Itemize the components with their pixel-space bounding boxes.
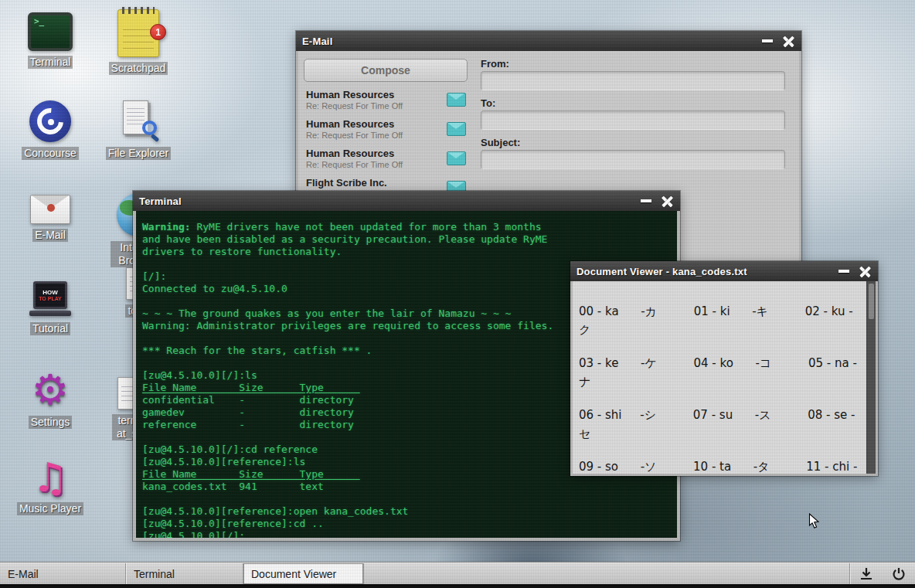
icon-label: Terminal	[28, 56, 73, 69]
terminal-line: kana_codes.txt 941 text	[142, 481, 671, 493]
scrollbar[interactable]	[866, 281, 876, 474]
email-list-item[interactable]: Human Resources Re: Request For Time Off	[304, 145, 468, 173]
desktop: >_ Terminal 1 Scratchpad Concourse File …	[0, 0, 915, 588]
email-sender: Flight Scribe Inc.	[306, 177, 444, 189]
notification-badge: 1	[150, 24, 166, 40]
email-list: Human Resources Re: Request For Time Off…	[304, 87, 468, 204]
icon-label: Tutorial	[30, 322, 70, 335]
screen-edge	[0, 584, 915, 588]
desktop-icon-concourse[interactable]: Concourse	[15, 100, 85, 160]
compose-button[interactable]: Compose	[304, 59, 468, 82]
icon-label: Music Player	[17, 502, 83, 515]
terminal-window-titlebar[interactable]: Terminal	[133, 191, 680, 211]
minimize-button[interactable]	[641, 199, 651, 202]
scratchpad-icon: 1	[117, 9, 159, 57]
icon-label: E-Mail	[32, 229, 68, 242]
envelope-icon	[447, 122, 466, 136]
doc-wrap-line: セ	[579, 424, 862, 443]
terminal-line: drivers to restore functionality.	[142, 246, 671, 258]
document-viewer-body: 00 - ka -カ 01 - ki -キ 02 - ku - ク 03 - k…	[573, 281, 876, 474]
download-button[interactable]	[850, 563, 883, 584]
terminal-line	[142, 493, 671, 505]
power-button[interactable]	[883, 563, 915, 584]
terminal-line: and have been disabled as a security pre…	[142, 233, 671, 246]
envelope-icon	[447, 93, 466, 107]
desktop-icon-terminal[interactable]: >_ Terminal	[15, 12, 85, 69]
gear-icon	[32, 369, 69, 411]
close-button[interactable]	[661, 195, 674, 208]
minimize-button[interactable]	[838, 270, 849, 273]
subject-input[interactable]	[481, 150, 785, 169]
from-label: From:	[481, 58, 509, 70]
magnifier-icon	[142, 121, 157, 135]
email-subject: Re: Request For Time Off	[306, 131, 444, 141]
document-viewer-title: Document Viewer - kana_codes.txt	[577, 266, 747, 277]
desktop-icon-email[interactable]: E-Mail	[15, 195, 85, 242]
minimize-button[interactable]	[762, 39, 773, 42]
taskbar-document-viewer-button[interactable]: Document Viewer	[243, 563, 364, 584]
doc-text-group: 03 - ke -ケ 04 - ko -コ 05 - na - ナ	[579, 354, 862, 391]
terminal-line: [zu@4.5.10.0][reference]:cd ..	[142, 518, 671, 530]
doc-line: 03 - ke -ケ 04 - ko -コ 05 - na -	[579, 354, 862, 372]
close-button[interactable]	[782, 35, 795, 48]
icon-label: File Explorer	[106, 147, 172, 160]
desktop-icon-settings[interactable]: Settings	[15, 369, 85, 429]
taskbar: E-Mail Terminal Document Viewer	[0, 563, 915, 584]
doc-wrap-line: ナ	[579, 372, 862, 391]
doc-wrap-line: ク	[579, 321, 862, 339]
desktop-icon-file-explorer[interactable]: File Explorer	[104, 99, 173, 160]
email-subject: Re: Request For Time Off	[306, 160, 444, 170]
email-sender: Human Resources	[306, 118, 444, 131]
document-viewer-titlebar[interactable]: Document Viewer - kana_codes.txt	[570, 261, 878, 281]
email-subject: Re: Request For Time Off	[306, 101, 444, 111]
icon-label: Concourse	[22, 147, 79, 160]
download-icon	[858, 566, 875, 582]
subject-label: Subject:	[481, 137, 520, 148]
close-button[interactable]	[859, 265, 872, 278]
email-list-item[interactable]: Human Resources Re: Request For Time Off	[304, 116, 468, 144]
document-viewer-window: Document Viewer - kana_codes.txt 00 - ka…	[570, 261, 878, 476]
terminal-icon: >_	[28, 12, 73, 51]
terminal-window-title: Terminal	[139, 195, 182, 207]
scrollbar-thumb[interactable]	[869, 284, 874, 319]
doc-line: 00 - ka -カ 01 - ki -キ 02 - ku -	[579, 302, 862, 321]
from-input[interactable]	[481, 71, 785, 90]
mouse-cursor	[808, 513, 820, 532]
email-sender: Human Resources	[306, 148, 444, 160]
to-label: To:	[481, 97, 495, 109]
document-text[interactable]: 00 - ka -カ 01 - ki -キ 02 - ku - ク 03 - k…	[573, 281, 866, 474]
envelope-icon	[447, 151, 466, 165]
doc-line: 09 - so -ソ 10 - ta -タ 11 - chi -	[579, 457, 862, 474]
to-input[interactable]	[481, 110, 785, 130]
terminal-line: [zu@4.5.10.0][reference]:open kana_codes…	[142, 505, 671, 518]
taskbar-terminal-button[interactable]: Terminal	[126, 563, 243, 584]
email-window-title: E-Mail	[302, 36, 332, 47]
terminal-line: Warning: RyME drivers have not been upda…	[142, 221, 671, 233]
doc-text-group: 09 - so -ソ 10 - ta -タ 11 - chi -	[579, 457, 862, 474]
email-list-item[interactable]: Human Resources Re: Request For Time Off	[304, 87, 468, 114]
tutorial-icon: HOW TO PLAY	[29, 281, 71, 318]
doc-text-group: 06 - shi -シ 07 - su -ス 08 - se - セ	[579, 406, 862, 443]
power-icon	[891, 566, 906, 582]
icon-label: Scratchpad	[109, 62, 168, 75]
taskbar-email-button[interactable]: E-Mail	[0, 563, 126, 584]
terminal-line: [zu@4.5.10.0][/]:	[142, 530, 671, 538]
doc-line: 06 - shi -シ 07 - su -ス 08 - se -	[579, 406, 862, 424]
desktop-icon-tutorial[interactable]: HOW TO PLAY Tutorial	[15, 281, 85, 335]
email-icon	[30, 195, 70, 224]
icon-label: Settings	[29, 416, 73, 429]
doc-text-group: 00 - ka -カ 01 - ki -キ 02 - ku - ク	[579, 302, 862, 339]
desktop-icon-music-player[interactable]: Music Player	[15, 457, 85, 515]
music-note-icon	[32, 457, 69, 498]
file-explorer-icon	[117, 99, 159, 142]
email-window-titlebar[interactable]: E-Mail	[296, 31, 801, 51]
concourse-icon	[29, 100, 71, 142]
desktop-icon-scratchpad[interactable]: 1 Scratchpad	[104, 9, 173, 75]
email-sender: Human Resources	[306, 89, 444, 101]
